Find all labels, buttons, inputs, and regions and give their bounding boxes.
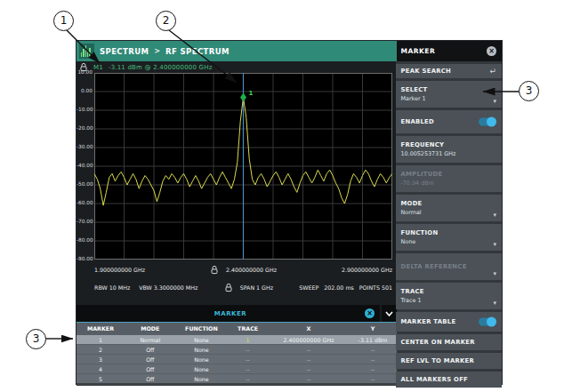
spectrum-plot-area[interactable]: 1: [94, 73, 392, 260]
breadcrumb-app[interactable]: SPECTRUM: [100, 47, 149, 56]
y-tick: -40.00: [77, 163, 93, 168]
marker-table-close-icon[interactable]: ×: [365, 308, 375, 318]
cell: 1: [227, 337, 269, 343]
panel-close-icon[interactable]: ×: [487, 46, 496, 56]
cell: --: [269, 347, 349, 353]
table-row-marker-5[interactable]: 5 Off None -- -- --: [77, 373, 397, 383]
marker-readout-row: M1 -3.11 dBm @ 2.400000000 GHz: [77, 61, 397, 73]
function-dropdown[interactable]: FUNCTION None ▾: [396, 224, 503, 251]
table-row-marker-2[interactable]: 2 Off None -- -- --: [77, 344, 397, 354]
cell: 1: [77, 337, 125, 343]
callout-1-number: 1: [60, 14, 68, 27]
marker-readout-label: M1: [93, 64, 103, 71]
table-row-marker-1[interactable]: 1 Normal None 1 2.400000000 GHz -3.11 dB…: [77, 334, 397, 344]
y-tick: -20.00: [77, 125, 93, 131]
marker-table-title: MARKER: [77, 310, 365, 317]
table-row-marker-4[interactable]: 4 Off None -- -- --: [77, 364, 397, 373]
breadcrumb-separator-icon: >: [154, 47, 160, 55]
cell: 5: [77, 376, 125, 382]
panel-header: MARKER ×: [396, 41, 503, 61]
cell: 2: [77, 347, 125, 353]
y-tick: -30.00: [77, 144, 93, 149]
breadcrumb-view[interactable]: RF SPECTRUM: [165, 47, 230, 56]
col-y: Y: [349, 325, 397, 332]
table-row-marker-3[interactable]: 3 Off None -- -- --: [77, 354, 397, 364]
item-label: DELTA REFERENCE: [401, 263, 467, 270]
spectrum-app-icon: [79, 44, 94, 59]
marker-table-collapse-button[interactable]: [382, 305, 397, 322]
cell: -3.11 dBm: [349, 337, 397, 343]
item-value: Normal: [401, 209, 422, 216]
enabled-toggle-row[interactable]: ENABLED: [396, 110, 503, 133]
return-icon: ↵: [489, 67, 496, 76]
col-trace: TRACE: [227, 325, 269, 332]
cell: None: [176, 347, 228, 353]
cell: --: [227, 366, 269, 372]
callout-3-right-number: 3: [526, 84, 533, 97]
item-label: MODE: [401, 200, 423, 207]
marker-table-toggle-row[interactable]: MARKER TABLE: [396, 312, 503, 332]
sweep-settings-row: RBW 10 MHz VBW 3.3000000 MHz SPAN 1 GHz …: [94, 282, 392, 292]
lock-icon[interactable]: [210, 265, 219, 275]
item-value: Trace 1: [401, 297, 422, 304]
trace-dropdown[interactable]: TRACE Trace 1 ▾: [396, 283, 503, 309]
cell: Off: [125, 356, 176, 363]
y-tick: 10.00: [77, 69, 93, 75]
item-label: MARKER TABLE: [401, 318, 456, 325]
cell: --: [349, 356, 397, 363]
col-x: X: [269, 325, 349, 332]
marker-table: MARKER MODE FUNCTION TRACE X Y 1 Normal …: [77, 323, 397, 383]
chevron-down-icon: ▾: [493, 270, 496, 277]
peak-search-button[interactable]: PEAK SEARCH ↵: [396, 64, 503, 78]
chevron-down-icon: ▾: [493, 98, 496, 105]
svg-text:1: 1: [249, 90, 254, 97]
center-on-marker-button[interactable]: CENTER ON MARKER: [396, 334, 503, 350]
cell: --: [349, 347, 397, 353]
col-mode: MODE: [125, 325, 176, 332]
item-label: SELECT: [401, 86, 428, 93]
col-marker: MARKER: [77, 325, 125, 332]
callout-2: 2: [156, 11, 176, 31]
cell: --: [269, 376, 349, 382]
marker-table-toggle[interactable]: [479, 318, 496, 326]
panel-title: MARKER: [401, 47, 487, 55]
item-label: ENABLED: [401, 118, 435, 125]
item-label: FUNCTION: [401, 229, 439, 236]
callout-3-right: 3: [519, 81, 539, 101]
x-center-label[interactable]: 2.400000000 GHz: [226, 267, 277, 273]
sweep-value: 202.00 ms: [324, 284, 353, 291]
lock-icon[interactable]: [224, 283, 233, 292]
col-function: FUNCTION: [176, 325, 228, 332]
spectrum-plot: 1: [94, 73, 392, 260]
callout-1: 1: [53, 11, 74, 31]
x-axis-row: 1.900000000 GHz 2.400000000 GHz 2.900000…: [94, 264, 392, 275]
mode-dropdown[interactable]: MODE Normal ▾: [396, 195, 503, 221]
select-marker-dropdown[interactable]: SELECT Marker 1 ▾: [396, 81, 503, 108]
chevron-down-icon: ▾: [493, 241, 496, 248]
frequency-field[interactable]: FREQUENCY 10.005253731 GHz: [396, 136, 503, 163]
cell: None: [176, 356, 228, 363]
cell: Off: [125, 376, 176, 382]
marker-settings-panel: MARKER × PEAK SEARCH ↵ SELECT Marker 1 ▾…: [396, 41, 503, 384]
x-stop-label: 2.900000000 GHz: [342, 267, 392, 273]
y-tick: -90.00: [77, 256, 93, 261]
rbw-value[interactable]: RBW 10 MHz: [94, 284, 130, 291]
chevron-down-icon: ▾: [493, 212, 496, 219]
all-markers-off-button[interactable]: ALL MARKERS OFF: [396, 372, 503, 388]
cell: --: [269, 356, 349, 363]
cell: --: [227, 347, 269, 353]
vbw-value[interactable]: VBW 3.3000000 MHz: [139, 284, 197, 291]
item-label: REF LVL TO MARKER: [401, 357, 475, 364]
ref-lvl-to-marker-button[interactable]: REF LVL TO MARKER: [396, 353, 503, 369]
enabled-toggle[interactable]: [479, 118, 496, 126]
figure-page: 1 2 3 3 SPECTRUM > RF SPECTRUM: [0, 0, 564, 392]
span-value[interactable]: SPAN 1 GHz: [240, 284, 273, 291]
cell: 2.400000000 GHz: [269, 337, 349, 343]
item-label: TRACE: [401, 288, 424, 295]
title-bar: SPECTRUM > RF SPECTRUM: [77, 41, 397, 61]
y-tick: -80.00: [77, 237, 93, 243]
x-start-label: 1.900000000 GHz: [94, 267, 145, 273]
cell: --: [227, 376, 269, 382]
cell: Normal: [125, 337, 176, 343]
marker-table-header: MARKER MODE FUNCTION TRACE X Y: [77, 323, 397, 334]
